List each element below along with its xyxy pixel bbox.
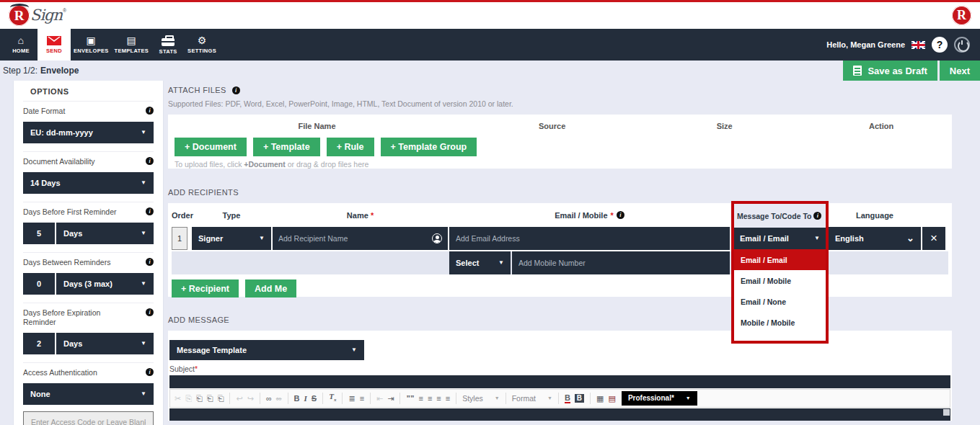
message-to-option[interactable]: Email / Email: [734, 249, 826, 270]
between-reminders-unit-select[interactable]: Days (3 max) ▼: [56, 273, 154, 295]
align-right-icon[interactable]: ≡: [436, 394, 441, 403]
italic-icon[interactable]: I: [304, 394, 307, 403]
message-body-editor[interactable]: [169, 408, 950, 421]
language-flag-icon[interactable]: [911, 41, 925, 49]
paste-plain-text-icon[interactable]: ⎗: [207, 394, 213, 403]
cut-icon[interactable]: ✂: [175, 394, 181, 403]
signature-template-dropdown[interactable]: Professional* ▼: [622, 391, 697, 406]
unlink-icon[interactable]: ∞: [276, 394, 282, 403]
expiration-reminder-number[interactable]: 2: [23, 333, 55, 354]
align-left-icon[interactable]: ≡: [418, 394, 423, 403]
country-code-select[interactable]: Select ▼: [449, 251, 511, 274]
expiration-reminder-unit-select[interactable]: Days ▼: [56, 333, 154, 354]
document-availability-select[interactable]: 14 Days ▼: [23, 172, 154, 194]
recipient-email-input[interactable]: [456, 234, 723, 243]
strikethrough-icon[interactable]: S: [312, 394, 317, 403]
main-content: ATTACH FILES i Supported Files: PDF, Wor…: [168, 81, 952, 425]
align-justify-icon[interactable]: ≡: [446, 394, 450, 403]
outdent-icon[interactable]: ⇤: [376, 394, 383, 403]
bulleted-list-icon[interactable]: ≡: [360, 394, 364, 403]
message-template-select[interactable]: Message Template ▼: [169, 340, 364, 360]
add-template-button[interactable]: + Template: [253, 138, 320, 156]
first-reminder-unit-select[interactable]: Days ▼: [56, 223, 154, 244]
caret-down-icon: ▼: [141, 391, 146, 397]
rsign-logo[interactable]: R Sign ®: [9, 5, 66, 26]
redo-icon[interactable]: ↪: [247, 394, 254, 403]
registered-mark: ®: [63, 8, 66, 13]
access-code-input[interactable]: [23, 411, 154, 425]
recipient-name-input[interactable]: [278, 234, 428, 243]
nav-tab-send[interactable]: SEND: [37, 29, 71, 61]
message-to-option[interactable]: Email / None: [734, 291, 826, 312]
attach-files-card: File Name Source Size Action + Document …: [168, 115, 952, 169]
contact-person-icon[interactable]: [432, 233, 442, 243]
message-to-option[interactable]: Mobile / Mobile: [734, 312, 826, 333]
message-to-option[interactable]: Email / Mobile: [734, 270, 826, 291]
caret-down-icon: ▼: [686, 395, 691, 401]
paste-from-word-icon[interactable]: ⎗: [218, 394, 224, 403]
add-template-group-button[interactable]: + Template Group: [381, 138, 477, 156]
option-label: Days Before Expiration Reminder: [23, 308, 131, 327]
message-to-select[interactable]: Email / Email ▼: [734, 228, 826, 249]
bold-icon[interactable]: B: [294, 394, 300, 403]
subject-input[interactable]: [169, 375, 950, 388]
nav-tab-settings[interactable]: ⚙ SETTINGS: [185, 29, 219, 61]
copy-icon[interactable]: ⎘: [185, 394, 192, 403]
editor-scroll-corner[interactable]: [943, 409, 950, 416]
between-reminders-number[interactable]: 0: [23, 273, 55, 295]
access-authentication-select[interactable]: None ▼: [23, 383, 154, 405]
indent-icon[interactable]: ⇥: [387, 394, 394, 403]
help-icon[interactable]: ?: [932, 37, 948, 53]
link-icon[interactable]: ∞: [266, 394, 272, 403]
info-icon[interactable]: i: [146, 157, 154, 165]
column-name: Name *: [273, 211, 448, 220]
first-reminder-number[interactable]: 5: [23, 223, 55, 244]
recipient-language-select[interactable]: English ⌄: [829, 227, 921, 250]
nav-tab-home[interactable]: ⌂ HOME: [4, 29, 37, 61]
insert-signature-icon[interactable]: ▤: [609, 394, 616, 403]
message-to-option[interactable]: Mobile / Email: [734, 333, 826, 341]
undo-icon[interactable]: ↩: [236, 394, 242, 403]
file-table-header: File Name Source Size Action: [168, 115, 952, 138]
caret-down-icon: ▼: [141, 281, 146, 287]
caret-down-icon: ▼: [498, 260, 504, 266]
next-button[interactable]: Next: [940, 61, 980, 81]
logout-power-icon[interactable]: [954, 37, 970, 53]
info-icon[interactable]: i: [813, 212, 821, 220]
add-recipient-button[interactable]: + Recipient: [172, 279, 239, 298]
info-icon[interactable]: i: [146, 258, 154, 266]
remove-recipient-button[interactable]: ×: [922, 227, 945, 250]
align-center-icon[interactable]: ≡: [428, 394, 432, 403]
recipient-type-select[interactable]: Signer ▼: [192, 227, 271, 250]
info-icon[interactable]: i: [146, 368, 154, 376]
format-dropdown[interactable]: Format ▼: [512, 394, 552, 403]
info-icon[interactable]: i: [617, 211, 624, 219]
subject-label: Subject*: [169, 364, 950, 373]
nav-tab-envelopes[interactable]: ▣ ENVELOPES: [71, 29, 112, 61]
add-rule-button[interactable]: + Rule: [327, 138, 374, 156]
text-color-icon[interactable]: B: [565, 393, 570, 403]
paste-icon[interactable]: ⎗: [196, 394, 203, 403]
option-group-availability: Document Availability i 14 Days ▼: [23, 151, 154, 202]
info-icon[interactable]: i: [232, 86, 240, 94]
save-as-draft-button[interactable]: Save as Draft: [843, 61, 937, 81]
insert-image-icon[interactable]: ▦: [596, 394, 604, 403]
info-icon[interactable]: i: [146, 107, 154, 115]
remove-format-icon[interactable]: Tx: [329, 392, 336, 404]
column-action: Action: [811, 122, 952, 130]
between-reminders-unit: Days (3 max): [63, 279, 112, 288]
add-me-button[interactable]: Add Me: [245, 279, 296, 298]
date-format-select[interactable]: EU: dd-mm-yyyy ▼: [23, 122, 154, 143]
nav-tab-stats[interactable]: STATS: [151, 29, 185, 61]
background-color-icon[interactable]: B: [575, 394, 584, 403]
add-document-button[interactable]: + Document: [175, 138, 247, 156]
rpost-logo-icon[interactable]: R: [952, 6, 971, 25]
ordered-list-icon[interactable]: ≣: [348, 394, 355, 403]
recipient-mobile-input[interactable]: [518, 259, 723, 267]
styles-dropdown[interactable]: Styles ▼: [462, 394, 500, 403]
nav-tab-templates[interactable]: ▤ TEMPLATES: [112, 29, 152, 61]
blockquote-icon[interactable]: ””: [406, 394, 414, 403]
info-icon[interactable]: i: [146, 308, 154, 316]
first-reminder-unit: Days: [63, 229, 82, 238]
info-icon[interactable]: i: [146, 207, 154, 215]
